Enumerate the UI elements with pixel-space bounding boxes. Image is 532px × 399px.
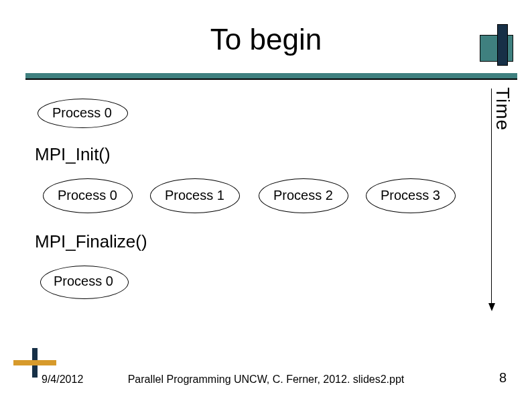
slide: To begin Time Process 0 MPI_Init() Proce…: [0, 0, 532, 399]
time-axis-arrow: [491, 89, 492, 310]
label-process-1: Process 1: [165, 188, 224, 203]
title-rule-thin: [25, 78, 517, 80]
label-process-2: Process 2: [273, 188, 333, 203]
slide-title: To begin: [0, 23, 532, 56]
footer-page-number: 8: [499, 370, 507, 386]
corner-decor-teal: [480, 35, 513, 62]
corner-decor-navy: [497, 24, 508, 66]
title-rule-thick: [25, 73, 517, 78]
footer-decor-gold: [13, 360, 56, 365]
footer-center: Parallel Programming UNCW, C. Ferner, 20…: [0, 374, 532, 386]
stage-finalize: MPI_Finalize(): [35, 231, 147, 252]
label-process-0-during: Process 0: [58, 188, 117, 203]
label-process-3: Process 3: [381, 188, 440, 203]
time-axis-label: Time: [492, 87, 513, 131]
label-process-0-before: Process 0: [52, 105, 112, 121]
stage-init: MPI_Init(): [35, 144, 111, 165]
label-process-0-after: Process 0: [54, 274, 113, 289]
